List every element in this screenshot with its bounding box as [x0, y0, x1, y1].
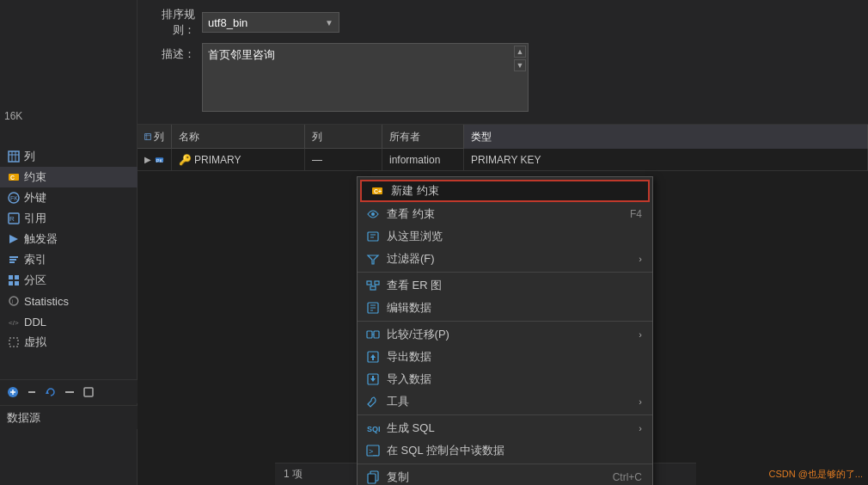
svg-marker-56	[370, 376, 376, 382]
copy-shortcut: Ctrl+C	[613, 471, 642, 483]
svg-rect-14	[9, 275, 13, 279]
sidebar-item-constraint-label: 约束	[24, 169, 46, 185]
divider-1	[358, 272, 652, 273]
form-area: 排序规则： utf8_bin ▼ 描述： 首页邻里咨询 ▲ ▼	[138, 0, 868, 125]
svg-rect-51	[374, 331, 379, 338]
menu-item-compare[interactable]: 比较/迁移(P) ›	[358, 323, 652, 346]
svg-text:</>: </>	[9, 319, 19, 327]
scroll-down-btn[interactable]: ▼	[514, 59, 526, 71]
index-icon	[7, 253, 21, 267]
remove-button[interactable]	[24, 384, 40, 400]
sidebar-item-trigger[interactable]: 触发器	[0, 229, 138, 249]
menu-item-er-diagram[interactable]: 查看 ER 图	[358, 274, 652, 297]
th-owner: 所有者	[382, 125, 464, 149]
sidebar-item-trigger-label: 触发器	[24, 231, 58, 247]
sidebar-item-constraint[interactable]: C 约束	[0, 167, 138, 187]
svg-marker-40	[368, 255, 378, 264]
console-icon: >_	[364, 442, 382, 459]
browse-here-label: 从这里浏览	[387, 229, 642, 244]
svg-rect-41	[367, 281, 371, 285]
td-col: —	[305, 149, 382, 171]
th-col: 列	[305, 125, 382, 149]
settings-button[interactable]	[81, 384, 96, 400]
constraint-icon: C	[7, 170, 21, 184]
svg-rect-43	[370, 286, 376, 290]
sidebar-item-ref-label: 引用	[24, 211, 46, 226]
stats-icon: i	[7, 294, 21, 308]
left-sidebar: 16K 列 C 约束 FK 外键 R 引用	[0, 0, 138, 485]
scroll-up-btn[interactable]: ▲	[514, 46, 526, 58]
sidebar-item-ref[interactable]: R 引用	[0, 208, 138, 229]
filter-icon	[364, 250, 382, 267]
filter-label: 过滤器(F)	[387, 251, 639, 267]
sidebar-item-columns[interactable]: 列	[0, 146, 138, 167]
sidebar-item-statistics[interactable]: i Statistics	[0, 291, 138, 311]
svg-rect-50	[367, 331, 372, 338]
sidebar-item-fk[interactable]: FK 外键	[0, 187, 138, 208]
divider-3	[358, 414, 652, 415]
trigger-icon	[7, 232, 21, 246]
menu-item-browse-here[interactable]: 从这里浏览	[358, 225, 652, 248]
svg-rect-28	[84, 388, 93, 396]
menu-item-view-constraint[interactable]: 查看 约束 F4	[358, 203, 652, 225]
tools-label: 工具	[387, 394, 639, 409]
menu-item-edit-data[interactable]: 编辑数据	[358, 297, 652, 319]
add-button[interactable]	[5, 384, 21, 400]
ref-icon: R	[7, 212, 21, 225]
collation-dropdown[interactable]: utf8_bin ▼	[202, 12, 339, 33]
menu-item-new-constraint[interactable]: C+ 新建 约束	[360, 180, 650, 202]
menu-item-read-sql[interactable]: >_ 在 SQL 控制台中读数据	[358, 439, 652, 462]
tools-icon	[364, 393, 382, 410]
svg-rect-11	[9, 256, 18, 258]
sidebar-item-statistics-label: Statistics	[24, 295, 69, 308]
sidebar-item-index[interactable]: 索引	[0, 249, 138, 270]
menu-item-filter[interactable]: 过滤器(F) ›	[358, 248, 652, 270]
th-name: 名称	[172, 125, 305, 149]
svg-marker-54	[370, 354, 376, 360]
sidebar-item-ddl[interactable]: </> DDL	[0, 311, 138, 332]
compare-icon	[364, 326, 382, 343]
description-row: 描述： 首页邻里咨询 ▲ ▼	[148, 43, 858, 112]
er-diagram-label: 查看 ER 图	[387, 278, 642, 293]
svg-rect-17	[15, 281, 19, 285]
svg-rect-15	[15, 275, 19, 279]
divider-2	[358, 321, 652, 322]
er-icon	[364, 277, 382, 294]
new-constraint-label: 新建 约束	[391, 183, 638, 199]
svg-text:SQL: SQL	[367, 425, 380, 433]
svg-text:R: R	[9, 215, 15, 223]
menu-item-import[interactable]: 导入数据	[358, 368, 652, 390]
sidebar-item-index-label: 索引	[24, 252, 46, 267]
sidebar-item-virtual[interactable]: 虚拟	[0, 332, 138, 353]
menu-item-export[interactable]: 导出数据	[358, 346, 652, 368]
sidebar-item-virtual-label: 虚拟	[24, 335, 46, 350]
context-menu: C+ 新建 约束 查看 约束 F4 从这里浏览 过滤器(F) › 查看 ER 图	[357, 176, 653, 485]
menu-item-tools[interactable]: 工具 ›	[358, 390, 652, 413]
import-icon	[364, 371, 382, 388]
partition-icon	[7, 273, 21, 287]
svg-marker-26	[46, 390, 49, 394]
sql-arrow-icon: ›	[639, 423, 642, 433]
csdn-text: CSDN @也是够的了...	[768, 468, 863, 481]
minimize-button[interactable]	[62, 384, 77, 400]
import-label: 导入数据	[387, 371, 642, 387]
svg-rect-0	[9, 151, 19, 162]
menu-item-generate-sql[interactable]: SQL 生成 SQL ›	[358, 417, 652, 439]
edit-icon	[364, 299, 382, 316]
menu-item-copy[interactable]: 复制 Ctrl+C	[358, 466, 652, 485]
description-textarea[interactable]: 首页邻里咨询 ▲ ▼	[202, 43, 529, 112]
virtual-icon	[7, 335, 21, 349]
view-constraint-label: 查看 约束	[387, 206, 630, 222]
svg-marker-10	[9, 235, 18, 243]
refresh-button[interactable]	[43, 384, 58, 400]
sidebar-item-ddl-label: DDL	[24, 316, 46, 328]
sidebar-item-partition[interactable]: 分区	[0, 270, 138, 291]
sidebar-item-partition-label: 分区	[24, 273, 46, 288]
td-owner: information	[382, 149, 464, 171]
compare-label: 比较/迁移(P)	[387, 327, 639, 342]
generate-sql-label: 生成 SQL	[387, 421, 639, 436]
ddl-icon: </>	[7, 315, 21, 328]
expand-arrow-icon: ▶	[144, 155, 151, 164]
svg-rect-42	[375, 281, 379, 285]
table-row[interactable]: ▶ PK 🔑 PRIMARY — information PRIMARY KEY	[138, 149, 868, 171]
